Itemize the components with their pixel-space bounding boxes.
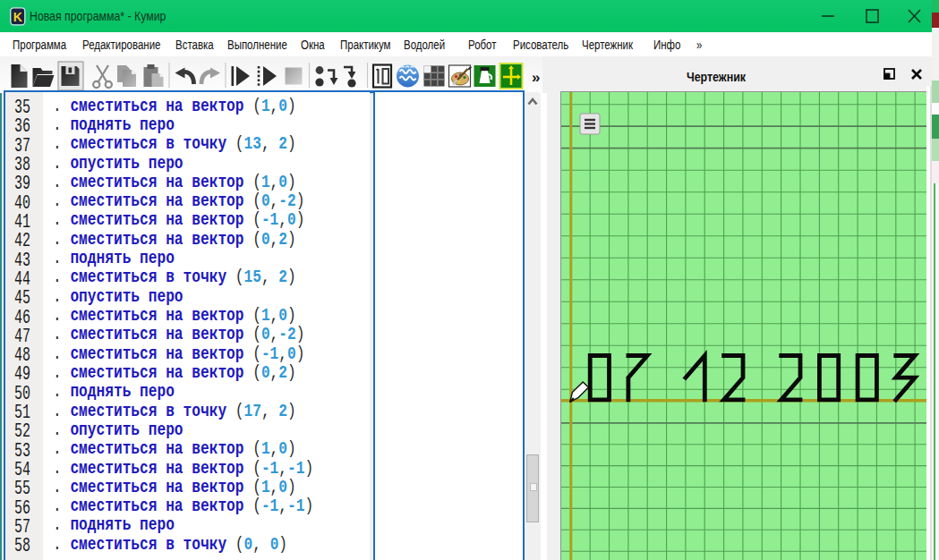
svg-text:»: » bbox=[532, 69, 540, 86]
svg-text:K: K bbox=[13, 10, 22, 24]
